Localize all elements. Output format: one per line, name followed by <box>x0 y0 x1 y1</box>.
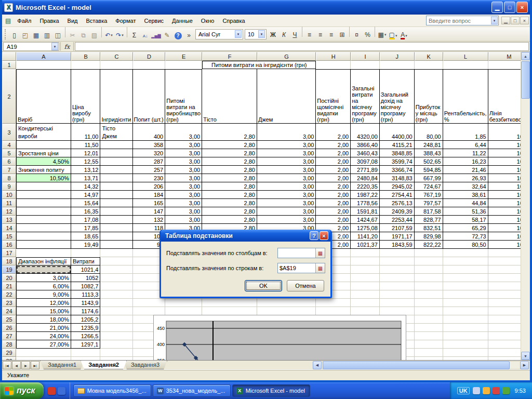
undo-icon[interactable]: ↶▾ <box>103 30 114 41</box>
cell-A25[interactable]: 18,00% <box>16 315 71 324</box>
vertical-scrollbar[interactable]: ▲ ▼ <box>521 52 530 360</box>
align-right-icon[interactable]: ≡ <box>326 30 337 41</box>
cell-H13[interactable]: 2,00 <box>316 216 351 224</box>
cell-F7[interactable]: 2,80 <box>202 166 257 174</box>
cell-E12[interactable]: 3,00 <box>165 207 202 216</box>
cell-K11[interactable]: 797,57 <box>415 199 443 207</box>
row-header-20[interactable]: 20 <box>2 274 16 282</box>
cell-A1[interactable] <box>16 61 71 69</box>
cell-B4[interactable]: 11,50 <box>71 141 100 149</box>
cell-L14[interactable]: 65,29 <box>443 224 488 232</box>
scroll-up-icon[interactable]: ▲ <box>521 52 530 60</box>
cell-G12[interactable]: 3,00 <box>257 207 316 216</box>
workbook-close-button[interactable]: × <box>520 17 529 24</box>
cell-J10[interactable]: 2754,41 <box>380 191 415 199</box>
cell-J16[interactable]: 1843,59 <box>380 241 415 249</box>
cell-A20[interactable]: 3,00% <box>16 274 71 282</box>
cell-I7[interactable]: 2771,89 <box>351 166 380 174</box>
cell-H4[interactable]: 2,00 <box>316 141 351 149</box>
cell-C25[interactable] <box>100 315 132 324</box>
row-header-18[interactable]: 18 <box>2 257 16 265</box>
fill-color-icon[interactable]: ▢▾ <box>388 31 398 42</box>
cell-L29[interactable] <box>443 349 488 357</box>
cell-B6[interactable]: 12,55 <box>71 157 100 166</box>
paste-icon[interactable]: ▨ <box>89 30 100 41</box>
cell-J6[interactable]: 3599,74 <box>380 157 415 166</box>
cell-B5[interactable]: 12,01 <box>71 149 100 157</box>
cell-H11[interactable]: 2,00 <box>316 199 351 207</box>
row-header-24[interactable]: 24 <box>2 307 16 315</box>
cell-E2[interactable]: Питомі витрати на виробництво (грн) <box>165 69 202 124</box>
cell-K9[interactable]: 724,67 <box>415 182 443 191</box>
cell-E7[interactable]: 3,00 <box>165 166 202 174</box>
cell-K7[interactable]: 594,85 <box>415 166 443 174</box>
cell-I5[interactable]: 3460,43 <box>351 149 380 157</box>
cut-icon[interactable]: ✂ <box>67 30 78 41</box>
cell-D9[interactable]: 206 <box>133 182 166 191</box>
cell-H5[interactable]: 2,00 <box>316 149 351 157</box>
cell-A3[interactable]: Кондитерські вироби <box>16 124 71 141</box>
cell-E8[interactable]: 3,00 <box>165 174 202 182</box>
cell-B10[interactable]: 14,97 <box>71 191 100 199</box>
cell-H23[interactable] <box>316 299 351 307</box>
new-document-icon[interactable]: ▯ <box>9 30 20 41</box>
row-header-14[interactable]: 14 <box>2 224 16 232</box>
cell-C7[interactable] <box>100 166 132 174</box>
cell-K17[interactable] <box>415 249 443 257</box>
underline-icon[interactable]: Ч <box>289 30 300 41</box>
cell-I13[interactable]: 1424,67 <box>351 216 380 224</box>
cell-E13[interactable]: 3,00 <box>165 216 202 224</box>
font-size-select[interactable]: 10 ▾ <box>245 29 267 39</box>
cell-K28[interactable] <box>415 340 443 349</box>
row-header-16[interactable]: 16 <box>2 241 16 249</box>
cell-J19[interactable] <box>380 265 415 274</box>
sheet-tab-Завдання1[interactable]: Завдання1 <box>40 361 84 369</box>
cell-I14[interactable]: 1275,08 <box>351 224 380 232</box>
cell-L20[interactable] <box>443 274 488 282</box>
cell-L17[interactable] <box>443 249 488 257</box>
workbook-minimize-button[interactable]: ▁ <box>501 17 510 24</box>
cell-D4[interactable]: 358 <box>133 141 166 149</box>
redo-icon[interactable]: ↷▾ <box>114 30 125 41</box>
chevron-down-icon[interactable]: ▾ <box>258 30 265 38</box>
cell-B24[interactable]: 1174,6 <box>71 307 100 315</box>
cell-D5[interactable]: 320 <box>133 149 166 157</box>
ask-question-box[interactable]: ▾ <box>426 16 499 25</box>
network-status-icon[interactable] <box>502 387 510 394</box>
cell-D2[interactable]: Попит (шт.) <box>133 69 166 124</box>
percent-format-icon[interactable]: % <box>362 30 373 41</box>
cell-I2[interactable]: Загальні витрати на місячну програму (гр… <box>351 69 380 124</box>
cell-B28[interactable]: 1297,1 <box>71 340 100 349</box>
cell-D13[interactable]: 132 <box>133 216 166 224</box>
cell-B12[interactable]: 16,35 <box>71 207 100 216</box>
cell-C5[interactable] <box>100 149 132 157</box>
cell-K8[interactable]: 667,99 <box>415 174 443 182</box>
cell-A21[interactable]: 6,00% <box>16 282 71 290</box>
cell-D8[interactable]: 230 <box>133 174 166 182</box>
cell-F8[interactable]: 2,80 <box>202 174 257 182</box>
title-bar[interactable]: X Microsoft Excel - model ▁□× <box>2 0 530 15</box>
cell-B1[interactable] <box>71 61 100 69</box>
cell-E3[interactable]: 3,00 <box>165 124 202 141</box>
cell-A6[interactable]: 4,50% <box>16 157 71 166</box>
cell-C3[interactable]: Тісто Джем <box>100 124 132 141</box>
cell-I23[interactable] <box>351 299 380 307</box>
cell-C8[interactable] <box>100 174 132 182</box>
col-header-L[interactable]: L <box>443 52 488 61</box>
cell-C20[interactable] <box>100 274 132 282</box>
cell-L8[interactable]: 26,93 <box>443 174 488 182</box>
cell-J20[interactable] <box>380 274 415 282</box>
cell-F3[interactable]: 2,80 <box>202 124 257 141</box>
cell-C4[interactable] <box>100 141 132 149</box>
scroll-down-icon[interactable]: ▼ <box>521 352 530 360</box>
cell-L5[interactable]: 11,22 <box>443 149 488 157</box>
cell-A10[interactable] <box>16 191 71 199</box>
cell-A7[interactable]: Зниження попиту <box>16 166 71 174</box>
sort-ascending-icon[interactable]: A↓ <box>140 31 151 42</box>
insert-function-button[interactable]: fx <box>60 42 74 51</box>
chevron-down-icon[interactable]: ▾ <box>491 17 498 24</box>
row-header-23[interactable]: 23 <box>2 299 16 307</box>
cell-L7[interactable]: 21,46 <box>443 166 488 174</box>
select-all-corner[interactable] <box>2 52 16 61</box>
cell-E11[interactable]: 3,00 <box>165 199 202 207</box>
